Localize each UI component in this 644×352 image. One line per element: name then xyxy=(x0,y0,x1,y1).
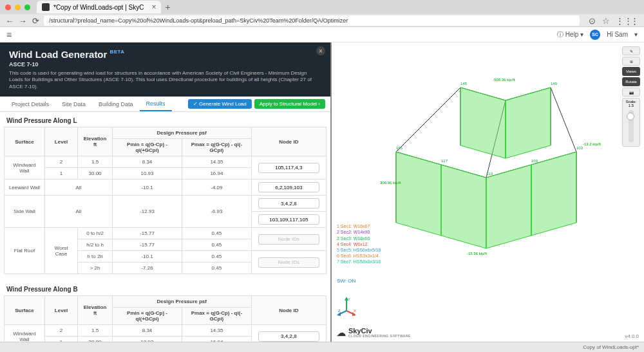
table-row: Windward Wall 2 1.5 8.34 14.35 xyxy=(5,156,327,168)
app-topbar: ≡ ⓘ Help ▾ SC Hi Sam ▾ xyxy=(0,27,644,42)
svg-text:Z: Z xyxy=(338,309,341,313)
table-row: Flat Roof Worst Case 0 to h/2 -15.77 0.4… xyxy=(5,228,327,239)
svg-text:145: 145 xyxy=(460,82,468,86)
section-legend: 1 Sec1: W16x67 2 Sec2: W14x90 3 Sec3: W1… xyxy=(337,223,381,264)
rotate-button[interactable]: Rotate xyxy=(622,77,640,86)
close-window-icon[interactable] xyxy=(5,5,11,10)
section-title-along-b: Wind Pressure Along B xyxy=(0,281,330,295)
skyciv-logo: ☁ SkyCiv CLOUD ENGINEERING SOFTWARE xyxy=(337,327,411,338)
node-id-input[interactable] xyxy=(258,163,319,173)
axis-gizmo[interactable]: Y X Z xyxy=(337,297,356,316)
node-id-input[interactable] xyxy=(258,331,319,342)
svg-marker-9 xyxy=(441,165,486,248)
main: × Wind Load GeneratorBETA ASCE 7-10 This… xyxy=(0,42,644,342)
scale-value: 1.5 xyxy=(624,104,638,107)
views-button[interactable]: Views xyxy=(622,67,640,76)
node-id-input[interactable] xyxy=(258,182,319,192)
th-node-id: Node ID xyxy=(251,127,326,156)
url-field[interactable]: /structural?preload_name=Copy%20of%20Win… xyxy=(44,15,580,26)
new-tab-button[interactable]: + xyxy=(165,2,170,12)
viewport-toolbar: ✎ ⊕ Views Rotate 📷 Scale: 1.5 xyxy=(622,46,640,147)
close-tab-icon[interactable]: × xyxy=(151,3,156,12)
window-controls[interactable] xyxy=(5,5,30,10)
table-row: Side Wall All -12.93 -6.93 xyxy=(5,196,327,212)
th-elevation: Elevation ft xyxy=(78,127,113,156)
user-greeting: Hi Sam xyxy=(607,31,628,38)
3d-viewport[interactable]: 300.96 kip/ft -508.36 kip/ft -13.2 kip/f… xyxy=(332,42,644,342)
help-menu[interactable]: ⓘ Help ▾ xyxy=(557,30,583,39)
svg-marker-13 xyxy=(506,88,551,158)
svg-text:105: 105 xyxy=(396,146,403,150)
hamburger-menu[interactable]: ≡ xyxy=(6,30,12,40)
tab-building-data[interactable]: Building Data xyxy=(92,97,140,111)
modal-tabs: Project Details Site Data Building Data … xyxy=(0,97,330,112)
th-pmin: Pmin = q(G·Cp) - qi(+GCpi) xyxy=(112,139,182,156)
generate-wind-load-button[interactable]: ✓ Generate Wind Load xyxy=(188,99,252,109)
wind-load-panel: × Wind Load GeneratorBETA ASCE 7-10 This… xyxy=(0,42,332,342)
svg-text:103: 103 xyxy=(576,146,583,150)
url-text: /structural?preload_name=Copy%20of%20Win… xyxy=(49,17,348,24)
scale-control: Scale: 1.5 xyxy=(622,98,640,147)
tab-results[interactable]: Results xyxy=(140,97,172,111)
viewport-panel: 300.96 kip/ft -508.36 kip/ft -13.2 kip/f… xyxy=(332,42,644,342)
table-along-b: Surface Level Elevation ft Design Pressu… xyxy=(4,295,327,342)
structural-model-svg: 300.96 kip/ft -508.36 kip/ft -13.2 kip/f… xyxy=(332,42,644,342)
modal-description: This code is used for generating wind lo… xyxy=(9,70,318,90)
browser-tab[interactable]: *Copy of WindLoads-opt | SkyC × xyxy=(37,1,161,14)
svg-text:300.96 kip/ft: 300.96 kip/ft xyxy=(380,181,401,185)
minimize-window-icon[interactable] xyxy=(15,5,21,10)
node-id-input xyxy=(258,234,319,245)
svg-text:119: 119 xyxy=(486,172,493,176)
close-modal-button[interactable]: × xyxy=(316,46,325,55)
svg-marker-12 xyxy=(460,88,506,158)
menu-icon[interactable]: ⋮ xyxy=(630,16,639,26)
th-design-pressure: Design Pressure psf xyxy=(112,127,251,139)
section-title-along-l: Wind Pressure Along L xyxy=(0,112,330,127)
table-along-l: Surface Level Elevation ft Design Pressu… xyxy=(4,127,327,274)
svg-text:-508.36 kip/ft: -508.36 kip/ft xyxy=(493,78,515,82)
forward-button[interactable]: → xyxy=(18,16,27,26)
tab-project-details[interactable]: Project Details xyxy=(5,97,55,111)
beta-badge: BETA xyxy=(109,49,124,55)
modal-title: Wind Load GeneratorBETA xyxy=(9,49,321,60)
svg-marker-10 xyxy=(486,165,531,248)
sw-indicator: SW: ON xyxy=(337,278,355,284)
standard-label: ASCE 7-10 xyxy=(9,61,321,68)
edit-tool-button[interactable]: ✎ xyxy=(622,46,640,55)
svg-text:Y: Y xyxy=(348,297,350,301)
back-button[interactable]: ← xyxy=(5,16,14,26)
scale-slider[interactable] xyxy=(629,110,634,142)
table-row: Leeward Wall All -10.1 -4.09 xyxy=(5,180,327,196)
user-avatar[interactable]: SC xyxy=(590,30,600,40)
scale-thumb[interactable] xyxy=(627,113,634,120)
node-id-input[interactable] xyxy=(258,198,319,208)
status-filename: Copy of WindLoads-opt* xyxy=(583,344,639,350)
reload-button[interactable]: ⟳ xyxy=(31,16,40,26)
modal-header: × Wind Load GeneratorBETA ASCE 7-10 This… xyxy=(0,42,330,97)
svg-text:X: X xyxy=(354,309,356,313)
svg-text:-15.36 kip/ft: -15.36 kip/ft xyxy=(467,252,488,255)
apply-to-model-button[interactable]: Apply to Structural Model › xyxy=(254,99,325,109)
svg-marker-11 xyxy=(531,152,576,236)
table-row: Windward Wall 2 1.5 8.34 14.35 xyxy=(5,325,327,337)
svg-text:117: 117 xyxy=(441,159,448,163)
extensions-icon[interactable]: ⋮⋮ xyxy=(616,16,625,26)
status-bar: Copy of WindLoads-opt* xyxy=(0,342,644,352)
address-bar: ← → ⟳ /structural?preload_name=Copy%20of… xyxy=(0,14,644,27)
svg-text:-13.2 kip/ft: -13.2 kip/ft xyxy=(583,142,601,146)
bookmark-icon[interactable]: ☆ xyxy=(601,16,611,26)
favicon-icon xyxy=(42,3,50,11)
node-id-input xyxy=(258,257,319,268)
node-id-input[interactable] xyxy=(258,214,319,225)
th-level: Level xyxy=(44,127,77,156)
tab-title: *Copy of WindLoads-opt | SkyC xyxy=(53,4,144,11)
target-tool-button[interactable]: ⊕ xyxy=(622,57,640,66)
tab-bar: *Copy of WindLoads-opt | SkyC × + xyxy=(0,0,644,14)
user-menu-caret[interactable]: ▾ xyxy=(634,31,638,38)
tab-site-data[interactable]: Site Data xyxy=(55,97,92,111)
maximize-window-icon[interactable] xyxy=(24,5,30,10)
search-icon[interactable]: ⊙ xyxy=(587,16,596,26)
browser-chrome: *Copy of WindLoads-opt | SkyC × + ← → ⟳ … xyxy=(0,0,644,27)
camera-button[interactable]: 📷 xyxy=(622,88,640,97)
th-surface: Surface xyxy=(5,127,45,156)
